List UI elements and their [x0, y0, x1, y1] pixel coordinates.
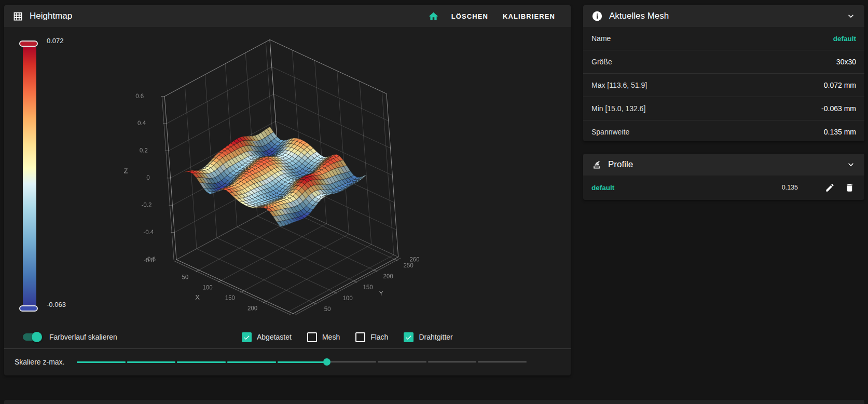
delete-profile-button[interactable]: [839, 178, 859, 197]
zmax-slider-row: Skaliere z-max.: [4, 349, 571, 375]
slider-segment: [428, 361, 477, 362]
mesh-info-row: Spannweite0.135 mm: [583, 120, 864, 141]
colorbar-min-handle[interactable]: [19, 305, 38, 312]
scale-gradient-toggle[interactable]: [23, 332, 42, 342]
colorbar-max-label: 0.072: [47, 37, 64, 45]
current-mesh-header[interactable]: Aktuelles Mesh: [583, 5, 864, 27]
heightmap-toolbar: Heightmap LÖSCHEN KALIBRIEREN: [4, 5, 571, 27]
home-button[interactable]: [423, 5, 444, 27]
checkbox-checked-icon[interactable]: [242, 332, 252, 342]
info-icon: [591, 10, 603, 22]
slider-segment: [227, 361, 276, 363]
mesh-info-row: Namedefault: [583, 27, 864, 50]
zmax-slider[interactable]: [77, 355, 527, 369]
heightmap-3d-plot[interactable]: [72, 27, 559, 326]
mesh-info-row: Max [113.6, 51.9]0.072 mm: [583, 73, 864, 97]
home-icon: [428, 11, 439, 22]
delete-button[interactable]: LÖSCHEN: [444, 5, 495, 27]
surface-display-checkboxes: AbgetastetMeshFlachDrahtgitter: [242, 332, 453, 342]
checkbox-unchecked-icon[interactable]: [355, 332, 365, 342]
panel-title: Profile: [608, 159, 633, 170]
row-value: default: [833, 35, 856, 43]
checkbox-checked-icon[interactable]: [404, 332, 414, 342]
checkbox-label: Drahtgitter: [419, 333, 452, 341]
row-value: -0.063 mm: [821, 104, 856, 113]
panel-title: Heightmap: [30, 11, 72, 21]
colorbar-gradient: [23, 44, 36, 308]
profile-panel: Profile default0.135: [583, 154, 864, 200]
checkbox-mesh[interactable]: Mesh: [307, 332, 340, 342]
zmax-slider-label: Skaliere z-max.: [15, 358, 72, 366]
slider-segment: [177, 361, 226, 363]
row-label: Name: [591, 34, 611, 43]
checkbox-flach[interactable]: Flach: [355, 332, 388, 342]
slider-segment: [127, 361, 176, 363]
scale-gradient-label: Farbverlauf skalieren: [49, 333, 117, 341]
display-options-row: Farbverlauf skalieren AbgetastetMeshFlac…: [4, 326, 571, 348]
row-label: Max [113.6, 51.9]: [591, 81, 647, 89]
heightmap-plot-area: 0.072 -0.063: [4, 27, 571, 326]
row-label: Min [15.0, 132.6]: [591, 104, 645, 113]
checkbox-label: Flach: [370, 333, 388, 341]
next-panel-peek: [4, 400, 864, 404]
profile-name[interactable]: default: [591, 184, 614, 192]
colorbar-min-label: -0.063: [47, 301, 66, 308]
slider-segment: [278, 361, 326, 363]
layers-stack-icon: [591, 159, 602, 170]
slider-segment: [327, 361, 376, 362]
profile-row[interactable]: default0.135: [583, 176, 864, 199]
profile-header[interactable]: Profile: [583, 154, 864, 176]
checkbox-drahtgitter[interactable]: Drahtgitter: [404, 332, 452, 342]
checkbox-unchecked-icon[interactable]: [307, 332, 317, 342]
row-value: 0.072 mm: [824, 81, 856, 89]
chevron-down-icon[interactable]: [846, 11, 856, 21]
slider-segment: [378, 361, 426, 362]
heightmap-panel: Heightmap LÖSCHEN KALIBRIEREN 0.072 -0.0…: [4, 5, 571, 375]
row-value: 0.135 mm: [824, 128, 856, 136]
trash-icon: [845, 183, 855, 193]
slider-segment: [478, 361, 527, 362]
panel-title: Aktuelles Mesh: [609, 11, 669, 21]
checkbox-abgetastet[interactable]: Abgetastet: [242, 332, 292, 342]
calibrate-button[interactable]: KALIBRIEREN: [495, 5, 562, 27]
chevron-down-icon[interactable]: [846, 159, 856, 170]
row-label: Spannweite: [591, 128, 629, 136]
mesh-info-row: Größe30x30: [583, 50, 864, 73]
zmax-slider-thumb[interactable]: [323, 358, 330, 366]
edit-profile-button[interactable]: [820, 178, 839, 197]
mesh-info-row: Min [15.0, 132.6]-0.063 mm: [583, 97, 864, 120]
checkbox-label: Abgetastet: [257, 333, 292, 341]
slider-segment: [77, 361, 126, 363]
current-mesh-panel: Aktuelles Mesh NamedefaultGröße30x30Max …: [583, 5, 864, 141]
pencil-icon: [825, 183, 835, 193]
colorbar-max-handle[interactable]: [19, 41, 38, 47]
row-value: 30x30: [836, 58, 856, 66]
profile-variance: 0.135: [782, 184, 798, 191]
checkbox-label: Mesh: [322, 333, 340, 341]
row-label: Größe: [591, 58, 612, 66]
grid-icon: [12, 11, 23, 22]
